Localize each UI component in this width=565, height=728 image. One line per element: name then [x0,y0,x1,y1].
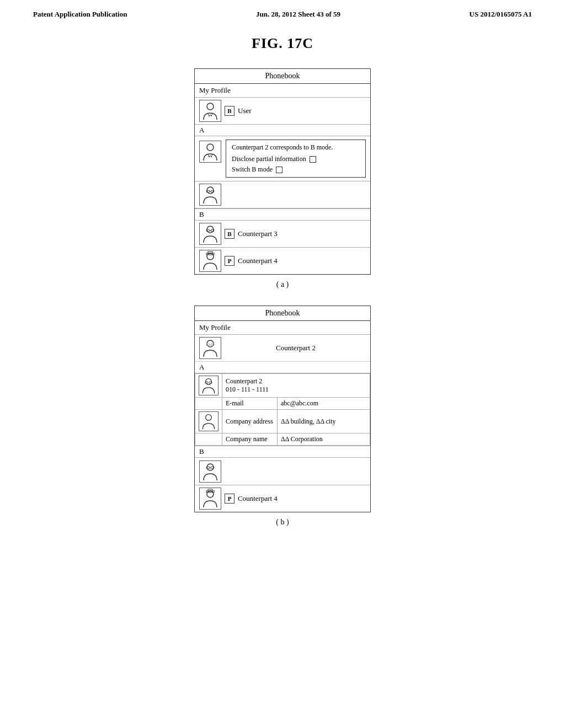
email-value-cell: abc@abc.com [278,398,370,410]
counterpart2-row[interactable]: Counterpart 2 corresponds to B mode. Dis… [195,136,370,181]
popup-box: Counterpart 2 corresponds to B mode. Dis… [226,140,366,178]
counterpart4-badge: P [225,256,234,266]
patent-header: Patent Application Publication Jun. 28, … [0,0,565,19]
popup-switch-label: Switch B mode [232,165,273,174]
expanded-contact: Counterpart 2 A [195,335,370,446]
panel-a: Phonebook My Profile B User A [194,68,371,275]
content-area: Phonebook My Profile B User A [0,52,565,538]
company-avatar-cell [195,433,222,446]
expanded-avatar [199,337,221,359]
address-avatar-cell [195,410,222,433]
company-label-cell: Company name [222,433,278,446]
header-right: US 2012/0165075 A1 [470,10,532,19]
panel-b-empty-row [195,458,370,485]
popup-switch-checkbox[interactable] [276,167,282,173]
section-a-label: A [195,125,370,136]
counterpart2-detail-name: Counterpart 2 [226,377,366,386]
panel-b-counterpart4-avatar [199,488,221,510]
counterpart3-icon [200,224,220,244]
popup-partial-label: Disclose partial information [232,155,306,163]
company-row: Company name ΔΔ Corporation [195,433,370,446]
popup-switch-row: Switch B mode [232,165,360,174]
user-row[interactable]: B User [195,98,370,125]
counterpart2b-icon [200,185,220,205]
caption-a: ( a ) [276,280,289,289]
panel-a-myprofile: My Profile [195,84,370,98]
panel-b-myprofile: My Profile [195,321,370,335]
detail-avatar-icon [200,377,217,394]
counterpart2-row-detail: Counterpart 2 010 - 111 - 1111 [195,374,370,398]
counterpart3-row[interactable]: B Counterpart 3 [195,221,370,248]
address-label-cell: Company address [222,410,278,433]
panel-b-section-b-label: B [195,446,370,458]
address-row: Company address ΔΔ building, ΔΔ city [195,410,370,433]
expanded-top: Counterpart 2 [195,335,370,362]
panel-b-section-a: A [195,362,370,373]
counterpart2b-avatar [199,184,221,206]
company-value-cell: ΔΔ Corporation [278,433,370,446]
counterpart2-name-phone: Counterpart 2 010 - 111 - 1111 [222,374,370,398]
counterpart3-name: Counterpart 3 [238,229,278,238]
counterpart3-avatar [199,223,221,245]
svg-point-19 [206,415,212,421]
svg-point-24 [207,491,214,497]
panel-b-counterpart4-name: Counterpart 4 [238,494,278,503]
user-name: User [238,106,252,115]
counterpart2-second-row [195,181,370,208]
email-label-cell: E-mail [222,398,278,410]
detail-avatar [199,376,218,395]
email-row: E-mail abc@abc.com [195,398,370,410]
panel-b-title: Phonebook [195,306,370,321]
svg-point-0 [207,103,214,110]
header-left: Patent Application Publication [33,10,127,19]
detail-avatar-cell [195,374,222,398]
counterpart4-icon [200,251,220,271]
counterpart4-name: Counterpart 4 [238,256,278,265]
detail-table: Counterpart 2 010 - 111 - 1111 E-mail ab… [195,373,370,446]
user-avatar [199,100,221,122]
panel-b-counterpart4-badge: P [225,494,234,504]
counterpart2-detail-phone: 010 - 111 - 1111 [226,386,366,394]
svg-point-20 [207,464,214,470]
counterpart4-row[interactable]: P Counterpart 4 [195,248,370,274]
address-avatar-icon [200,413,217,430]
popup-message: Counterpart 2 corresponds to B mode. [232,143,360,152]
section-b-label: B [195,208,370,221]
address-value-cell: ΔΔ building, ΔΔ city [278,410,370,433]
svg-point-1 [207,144,214,151]
panel-b-empty-icon [200,462,220,481]
panel-b-counterpart4-icon [200,489,220,508]
expanded-avatar-icon [200,338,220,358]
fig-title: FIG. 17C [0,35,565,52]
counterpart2-avatar-icon [200,142,220,162]
header-center: Jun. 28, 2012 Sheet 43 of 59 [256,10,340,19]
section-a-b: A [195,362,370,446]
panel-b: Phonebook My Profile Counterpart 2 [194,306,371,512]
counterpart2-title: Counterpart 2 [226,344,366,352]
svg-point-10 [207,253,214,260]
counterpart3-badge: B [225,229,234,239]
counterpart4-avatar [199,250,221,272]
user-avatar-icon [200,101,220,121]
counterpart2-avatar [199,141,221,163]
panel-a-title: Phonebook [195,69,370,84]
user-badge: B [225,106,234,116]
panel-b-counterpart4-row[interactable]: P Counterpart 4 [195,485,370,512]
popup-partial-row: Disclose partial information [232,155,360,163]
panel-b-empty-avatar [199,461,221,483]
email-avatar-cell [195,398,222,410]
caption-b: ( b ) [276,518,289,527]
popup-partial-checkbox[interactable] [310,156,316,163]
address-avatar [199,411,218,431]
